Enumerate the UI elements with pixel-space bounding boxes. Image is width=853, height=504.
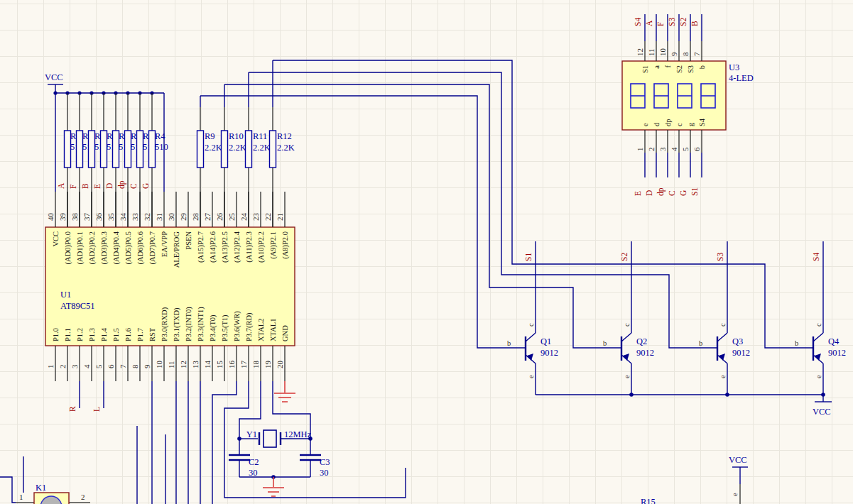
svg-text:P3.7(RD): P3.7(RD) <box>245 312 254 341</box>
svg-text:P3.2(INT0): P3.2(INT0) <box>185 307 193 341</box>
svg-text:5: 5 <box>681 147 690 151</box>
svg-text:11: 11 <box>647 48 656 56</box>
svg-text:RST: RST <box>148 327 156 341</box>
y1-value: 12MHz <box>284 429 312 439</box>
net-label-s3: S3 <box>716 253 724 261</box>
svg-text:(AD2)P0.2: (AD2)P0.2 <box>88 231 97 264</box>
svg-text:38: 38 <box>70 213 79 221</box>
crystal-y1[interactable]: Y1 12MHz <box>239 429 312 447</box>
svg-text:(A13)P2.5: (A13)P2.5 <box>221 231 229 263</box>
svg-text:P1.1: P1.1 <box>64 328 72 341</box>
svg-text:R9: R9 <box>205 131 215 141</box>
k1-designator: K1 <box>36 483 46 493</box>
net-label: dp <box>117 180 126 189</box>
svg-text:29: 29 <box>179 213 188 221</box>
resistor-r12: R12 2.2K <box>270 60 295 227</box>
svg-text:10: 10 <box>155 361 163 369</box>
svg-text:24: 24 <box>239 213 248 221</box>
svg-text:e: e <box>815 375 822 378</box>
c3-designator: C3 <box>320 457 330 467</box>
svg-text:2: 2 <box>58 365 67 369</box>
svg-text:A: A <box>645 20 653 26</box>
resistor-r9: R9 2.2K <box>197 96 222 227</box>
schematic-sheet: VCC R1 510 A R2 510 F R3 510 <box>0 0 853 504</box>
svg-text:c: c <box>719 323 727 327</box>
svg-text:7: 7 <box>119 364 127 368</box>
svg-text:f: f <box>664 65 672 68</box>
u3-top-net-labels: S4 A F S3 S2 B <box>634 18 699 26</box>
net-label: E <box>93 184 102 189</box>
svg-text:(AD7)P0.7: (AD7)P0.7 <box>148 231 157 264</box>
capacitor-c2[interactable]: C2 30 <box>229 455 259 478</box>
crystal-circuit[interactable]: Y1 12MHz C2 30 C3 30 <box>229 381 330 496</box>
schematic-canvas[interactable]: VCC R1 510 A R2 510 F R3 510 <box>0 0 853 504</box>
svg-text:E: E <box>634 191 642 196</box>
svg-text:33: 33 <box>131 213 139 221</box>
svg-text:1: 1 <box>636 148 644 152</box>
u1-bottom-wires[interactable]: R L <box>68 381 406 504</box>
net-label-r: R <box>68 406 77 412</box>
svg-text:5: 5 <box>94 364 103 368</box>
svg-text:PSEN: PSEN <box>185 231 192 250</box>
svg-text:S1: S1 <box>690 187 699 196</box>
net-label-s2: S2 <box>620 253 629 261</box>
net-label-s1: S1 <box>524 253 533 261</box>
svg-text:20: 20 <box>276 361 284 369</box>
svg-text:2: 2 <box>647 148 656 152</box>
svg-text:ALE/PROG: ALE/PROG <box>173 231 180 268</box>
svg-text:b: b <box>698 65 706 69</box>
svg-text:g: g <box>687 122 695 126</box>
svg-text:P1.5: P1.5 <box>112 328 120 341</box>
q1-designator: Q1 <box>540 336 551 346</box>
q3-designator: Q3 <box>732 336 743 346</box>
svg-text:(A10)P2.2: (A10)P2.2 <box>257 231 266 263</box>
svg-text:14: 14 <box>203 361 212 369</box>
u3-designator: U3 <box>729 62 739 72</box>
net-label: A <box>57 182 65 189</box>
svg-text:3: 3 <box>658 147 667 151</box>
r15-designator: R15 <box>641 497 656 504</box>
svg-text:e: e <box>527 375 535 378</box>
svg-text:31: 31 <box>155 213 163 221</box>
capacitor-c3[interactable]: C3 30 <box>300 455 330 478</box>
svg-text:G: G <box>679 190 688 196</box>
svg-text:e: e <box>719 375 727 378</box>
svg-text:510: 510 <box>155 142 168 152</box>
svg-text:40: 40 <box>46 213 55 221</box>
svg-text:S3: S3 <box>687 65 695 73</box>
vcc-power-port-topleft[interactable]: VCC <box>45 72 63 93</box>
svg-text:b: b <box>699 339 702 347</box>
svg-text:34: 34 <box>119 213 127 221</box>
component-u3-4led[interactable]: U3 4-LED 12 11 10 9 8 7 S1 a <box>622 14 754 196</box>
base-resistors[interactable]: R9 2.2K R10 2.2K R11 2.2K R12 2.2K <box>197 60 295 227</box>
svg-text:R12: R12 <box>277 131 292 141</box>
svg-text:P1.6: P1.6 <box>124 328 132 341</box>
vcc-power-port-bottomright[interactable]: VCC e <box>729 455 748 504</box>
svg-text:(AD1)P0.1: (AD1)P0.1 <box>76 231 85 264</box>
q5-emitter-label: e <box>731 493 739 496</box>
q4-designator: Q4 <box>828 336 840 346</box>
vcc-power-port-right[interactable]: VCC <box>813 402 832 417</box>
svg-text:P3.3(INT1): P3.3(INT1) <box>197 307 205 341</box>
svg-text:c: c <box>815 323 822 327</box>
component-k1-button[interactable]: K1 1 2 <box>16 483 90 504</box>
component-u1-at89c51[interactable]: U1 AT89C51 40 39 38 37 36 35 34 33 32 31 <box>45 192 295 381</box>
svg-text:4: 4 <box>670 147 678 151</box>
svg-text:3: 3 <box>70 364 79 368</box>
u1-designator: U1 <box>60 290 71 300</box>
svg-text:2.2K: 2.2K <box>205 143 222 153</box>
svg-text:P1.0: P1.0 <box>52 328 60 341</box>
svg-text:13: 13 <box>191 361 200 369</box>
segment-pullup-resistors[interactable]: R1 510 A R2 510 F R3 510 B R5 510 E R6 5… <box>57 93 168 227</box>
y1-designator: Y1 <box>246 429 257 439</box>
transistor-q4[interactable]: S4 c b e Q4 9012 <box>795 241 846 395</box>
svg-text:27: 27 <box>203 213 212 221</box>
svg-text:21: 21 <box>276 213 284 221</box>
vcc-label: VCC <box>729 455 747 465</box>
net-label: F <box>69 185 77 189</box>
svg-text:(AD4)P0.4: (AD4)P0.4 <box>112 231 121 264</box>
svg-text:30: 30 <box>167 213 175 221</box>
svg-text:a: a <box>653 65 661 69</box>
emitter-rail-wire[interactable] <box>536 393 825 402</box>
gnd-symbol-pin20[interactable] <box>274 381 295 402</box>
